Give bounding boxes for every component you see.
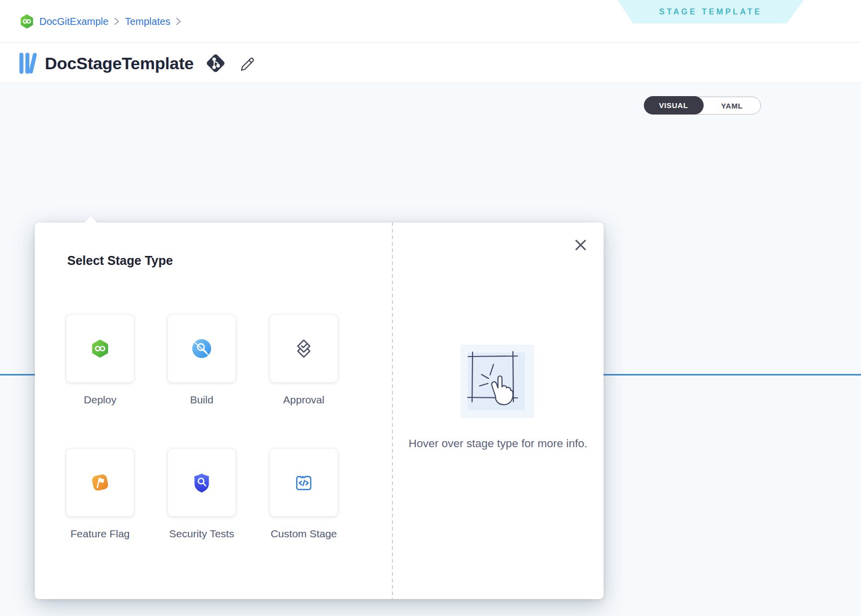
template-library-icon	[17, 51, 37, 75]
stage-type-cell-feature-flag: Feature Flag	[49, 449, 151, 541]
feature-flag-stage-card[interactable]	[66, 449, 134, 516]
stage-type-label-build: Build	[164, 392, 240, 407]
stage-type-cell-approval: Approval	[253, 315, 355, 407]
toggle-visual-button[interactable]: VISUAL	[644, 96, 704, 115]
toggle-yaml-label: YAML	[721, 102, 743, 110]
hover-hint-text: Hover over stage type for more info.	[408, 436, 588, 452]
deploy-stage-icon	[90, 338, 111, 359]
breadcrumb-bar: DocGitExample Templates STAGE TEMPLATE	[0, 0, 861, 43]
popover-title: Select Stage Type	[67, 253, 173, 268]
toggle-yaml-button[interactable]: YAML	[704, 102, 761, 110]
popover-divider	[392, 223, 393, 599]
build-stage-card[interactable]	[168, 315, 236, 382]
security-tests-stage-icon	[190, 471, 213, 494]
close-icon	[574, 239, 587, 251]
title-bar: DocStageTemplate	[0, 43, 861, 83]
stage-type-cell-deploy: Deploy	[49, 315, 151, 407]
build-stage-icon	[191, 338, 213, 360]
stage-type-cell-build: Build	[151, 315, 252, 407]
stage-type-label-security-tests: Security Tests	[164, 526, 240, 541]
custom-stage-card[interactable]	[270, 449, 338, 516]
deploy-stage-card[interactable]	[66, 315, 134, 382]
toggle-visual-label: VISUAL	[659, 101, 688, 110]
title-row: DocStageTemplate	[17, 43, 257, 83]
select-stage-type-popover: Select Stage Type Deploy	[35, 223, 604, 599]
stage-type-label-approval: Approval	[266, 392, 342, 407]
git-remote-icon	[205, 53, 226, 74]
chevron-right-icon	[176, 17, 181, 25]
project-hexagon-icon	[20, 14, 34, 28]
app-window: DocGitExample Templates STAGE TEMPLATE D	[0, 0, 861, 616]
stage-type-cell-custom-stage: Custom Stage	[253, 449, 355, 541]
custom-stage-icon	[292, 471, 315, 494]
view-mode-toggle: VISUAL YAML	[644, 97, 761, 115]
approval-stage-icon	[292, 337, 315, 361]
breadcrumb: DocGitExample Templates	[20, 0, 181, 43]
security-tests-stage-card[interactable]	[168, 449, 236, 516]
stage-type-cell-security-tests: Security Tests	[151, 449, 252, 541]
stage-template-badge: STAGE TEMPLATE	[617, 0, 804, 23]
edit-pencil-icon[interactable]	[239, 54, 257, 73]
approval-stage-card[interactable]	[270, 315, 338, 382]
hover-hint-illustration	[461, 345, 534, 418]
stage-type-label-deploy: Deploy	[62, 392, 138, 407]
click-hand-sketch-icon	[464, 347, 531, 416]
stage-type-label-custom-stage: Custom Stage	[266, 526, 342, 541]
feature-flag-stage-icon	[89, 471, 112, 494]
stage-template-badge-label: STAGE TEMPLATE	[659, 7, 762, 16]
breadcrumb-templates-link[interactable]: Templates	[125, 16, 170, 27]
close-button[interactable]	[573, 238, 588, 252]
page-title: DocStageTemplate	[45, 54, 194, 73]
chevron-right-icon	[114, 17, 120, 25]
stage-type-label-feature-flag: Feature Flag	[62, 526, 138, 541]
breadcrumb-project-link[interactable]: DocGitExample	[39, 16, 109, 27]
